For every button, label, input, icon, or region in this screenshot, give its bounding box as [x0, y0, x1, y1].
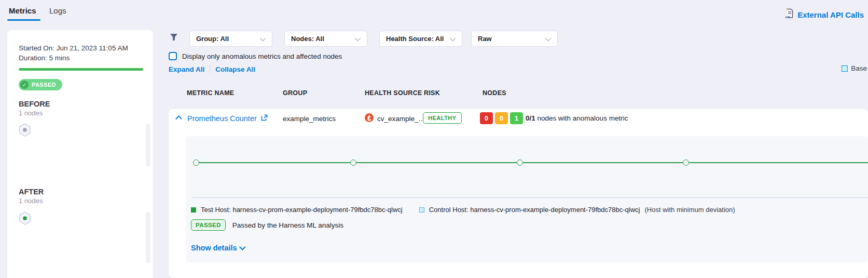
baseline-label: Base [851, 64, 867, 72]
collapse-row-chevron-icon[interactable] [175, 115, 182, 122]
nodes-anomalous-summary: 0/1 nodes with anomalous metric [526, 114, 628, 122]
after-list-scrollbar[interactable] [146, 212, 150, 263]
risk-count-red: 0 [480, 112, 493, 124]
group-cell: example_metrics [283, 115, 336, 123]
metric-name-link[interactable]: Prometheus Counter [187, 114, 268, 123]
chevron-down-icon [355, 35, 361, 41]
external-link-icon [261, 114, 268, 123]
show-details-label: Show details [191, 244, 237, 252]
risk-status-badge: HEALTHY [423, 112, 462, 124]
nodes-anomalous-ratio: 0/1 [526, 114, 535, 122]
active-tab-indicator [7, 19, 40, 21]
verification-progress-bar [19, 68, 143, 71]
baseline-swatch-icon [842, 65, 848, 72]
anomalous-only-checkbox[interactable] [169, 52, 177, 60]
prometheus-icon [365, 113, 374, 124]
data-type-value: Raw [478, 35, 492, 43]
divider [210, 65, 210, 73]
timeseries-panel: Test Host: harness-cv-prom-example-deplo… [186, 136, 868, 262]
tab-metrics[interactable]: Metrics [9, 6, 36, 15]
expand-collapse-controls: Expand All Collapse All [169, 65, 255, 73]
chevron-down-icon [239, 244, 246, 250]
column-header-nodes: NODES [483, 89, 506, 97]
svg-text:API: API [785, 16, 790, 19]
chart-legend: Test Host: harness-cv-prom-example-deplo… [191, 206, 735, 214]
chart-data-point[interactable] [517, 160, 523, 166]
column-header-risk: RISK [424, 89, 440, 97]
nodes-filter-dropdown[interactable]: Nodes: All [284, 31, 367, 47]
control-host-legend: Control Host: harness-cv-prom-example-de… [429, 206, 640, 214]
ml-verdict-row: PASSED Passed by the Harness ML analysis [191, 219, 343, 231]
risk-count-orange: 0 [495, 112, 508, 124]
test-host-swatch-icon [191, 207, 196, 213]
before-list-scrollbar[interactable] [146, 124, 150, 167]
status-badge-label: PASSED [32, 82, 56, 88]
column-header-group: GROUP [283, 89, 307, 97]
after-section-title: AFTER [19, 188, 44, 196]
anomalous-only-checkbox-row[interactable]: Display only anomalous metrics and affec… [169, 52, 342, 60]
chevron-down-icon [260, 35, 266, 41]
before-section-title: BEFORE [19, 100, 50, 108]
after-node-count: 1 nodes [19, 197, 43, 205]
after-node-hexagon[interactable] [19, 211, 31, 225]
chart-data-point[interactable] [193, 160, 199, 166]
chart-data-point[interactable] [683, 160, 689, 166]
started-on-text: Started On: Jun 21, 2023 11:05 AM [19, 44, 128, 52]
health-source-filter-dropdown[interactable]: Health Source: All [379, 31, 462, 47]
chevron-down-icon [545, 35, 551, 41]
node-risk-counts: 0 0 1 [480, 112, 523, 124]
check-icon: ✓ [20, 81, 29, 89]
api-document-icon: API [784, 8, 794, 21]
chart-data-point[interactable] [350, 160, 356, 166]
before-node-hexagon[interactable] [19, 123, 31, 137]
control-host-note: (Host with minimum deviation) [645, 206, 735, 214]
chart-x-axis [192, 197, 868, 198]
tab-logs[interactable]: Logs [49, 6, 66, 15]
column-header-health-source: HEALTH SOURCE [365, 89, 422, 97]
health-source-filter-value: Health Source: All [386, 35, 444, 43]
filter-icon [170, 33, 178, 43]
verification-summary-panel: Started On: Jun 21, 2023 11:05 AM Durati… [7, 30, 153, 278]
group-filter-value: Group: All [196, 35, 229, 43]
control-host-swatch-icon [419, 207, 424, 213]
test-host-legend: Test Host: harness-cv-prom-example-deplo… [201, 206, 403, 214]
nodes-filter-value: Nodes: All [291, 35, 324, 43]
external-api-calls-link[interactable]: API External API Calls [784, 8, 864, 21]
health-source-cell: cv_example_... [365, 113, 424, 124]
expand-all-link[interactable]: Expand All [169, 65, 204, 73]
show-details-link[interactable]: Show details [191, 244, 246, 252]
health-source-name: cv_example_... [377, 115, 424, 123]
metric-row-card: Prometheus Counter example_metrics cv_ex… [169, 109, 868, 278]
before-node-count: 1 nodes [19, 109, 43, 117]
risk-count-green: 1 [510, 112, 523, 124]
chevron-down-icon [450, 35, 456, 41]
ml-verdict-badge: PASSED [191, 219, 226, 231]
anomalous-only-label: Display only anomalous metrics and affec… [182, 52, 342, 60]
column-header-metric-name: METRIC NAME [187, 89, 235, 97]
ml-verdict-text: Passed by the Harness ML analysis [232, 221, 343, 229]
group-filter-dropdown[interactable]: Group: All [189, 31, 272, 47]
baseline-legend-toggle[interactable]: Base [842, 64, 868, 72]
metric-name-label: Prometheus Counter [187, 114, 257, 123]
external-api-calls-label: External API Calls [797, 10, 864, 19]
data-type-dropdown[interactable]: Raw [471, 31, 558, 47]
verification-status-badge: ✓ PASSED [19, 79, 62, 90]
collapse-all-link[interactable]: Collapse All [215, 65, 255, 73]
nodes-anomalous-text: nodes with anomalous metric [538, 114, 628, 122]
duration-text: Duration: 5 mins [19, 54, 70, 62]
chart-line [195, 162, 868, 163]
